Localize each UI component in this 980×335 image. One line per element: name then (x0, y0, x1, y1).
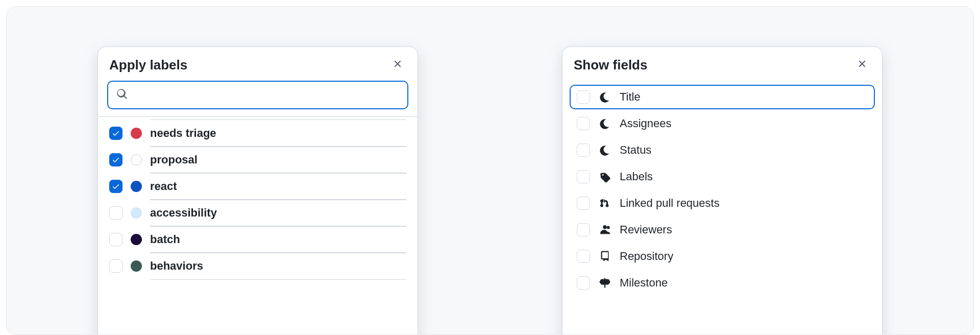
checkbox[interactable] (109, 127, 122, 140)
field-label: Title (620, 91, 641, 103)
field-row-inner: Repository (570, 244, 875, 269)
field-row-inner: Reviewers (570, 218, 875, 242)
field-label: Status (620, 144, 651, 156)
checkbox[interactable] (577, 117, 590, 130)
pr-icon (598, 197, 611, 210)
panel-title: Show fields (574, 57, 647, 73)
label-text: needs triage (150, 127, 406, 139)
field-row[interactable]: Title (562, 84, 882, 110)
label-row[interactable]: react (98, 173, 418, 200)
checkbox[interactable] (577, 276, 590, 290)
field-label: Assignees (620, 117, 672, 130)
checkbox[interactable] (577, 143, 590, 157)
field-label: Milestone (620, 277, 668, 289)
label-color-dot (131, 207, 142, 219)
field-row-inner: Linked pull requests (570, 191, 875, 216)
label-color-dot (131, 154, 142, 165)
search-input[interactable] (134, 89, 399, 101)
moon-icon (598, 143, 611, 157)
label-text: accessibility (150, 207, 406, 219)
field-row[interactable]: Repository (562, 243, 882, 270)
checkbox[interactable] (577, 250, 590, 263)
field-label: Linked pull requests (620, 197, 720, 209)
checkbox[interactable] (577, 170, 590, 183)
fields-list: TitleAssigneesStatusLabelsLinked pull re… (562, 81, 882, 304)
checkbox[interactable] (109, 259, 122, 273)
panel-header: Apply labels (98, 47, 418, 81)
checkbox[interactable] (109, 206, 122, 220)
label-text-wrap: behaviors (150, 253, 406, 279)
field-row[interactable]: Assignees (562, 110, 882, 137)
label-text: behaviors (150, 260, 406, 272)
checkbox[interactable] (109, 153, 122, 166)
label-row[interactable]: proposal (98, 147, 418, 173)
moon-icon (598, 90, 611, 104)
close-button[interactable] (389, 56, 406, 74)
moon-icon (598, 117, 611, 130)
show-fields-panel: Show fields TitleAssigneesStatusLabelsLi… (562, 46, 883, 335)
label-color-dot (131, 128, 142, 139)
field-row[interactable]: Linked pull requests (562, 190, 882, 217)
checkbox[interactable] (109, 233, 122, 246)
label-color-dot (131, 234, 142, 245)
search-box[interactable] (107, 81, 408, 109)
label-row[interactable]: behaviors (98, 253, 418, 279)
panel-title: Apply labels (109, 57, 187, 73)
label-text-wrap: accessibility (150, 200, 406, 226)
field-row-inner: Milestone (570, 271, 875, 295)
label-row[interactable]: batch (98, 226, 418, 253)
field-row-inner: Labels (570, 164, 875, 189)
field-row-inner: Status (570, 138, 875, 162)
field-label: Repository (620, 250, 673, 262)
panel-header: Show fields (562, 47, 882, 81)
repo-icon (598, 250, 611, 263)
people-icon (598, 223, 611, 236)
checkbox[interactable] (577, 223, 590, 236)
apply-labels-panel: Apply labels needs triageproposalreactac… (97, 46, 418, 335)
close-button[interactable] (853, 56, 871, 74)
label-text-wrap: needs triage (150, 120, 406, 147)
stage: Apply labels needs triageproposalreactac… (6, 6, 974, 335)
x-icon (856, 58, 868, 71)
checkbox[interactable] (577, 197, 590, 210)
field-row[interactable]: Milestone (562, 270, 882, 296)
field-row-inner: Assignees (570, 111, 875, 136)
label-text: proposal (150, 154, 406, 166)
field-row[interactable]: Labels (562, 163, 882, 190)
field-row[interactable]: Status (562, 137, 882, 163)
field-row[interactable]: Reviewers (562, 217, 882, 243)
label-color-dot (131, 181, 142, 192)
checkbox[interactable] (109, 180, 122, 193)
field-label: Labels (620, 171, 653, 183)
label-row[interactable]: needs triage (98, 120, 418, 147)
milestone-icon (598, 276, 611, 290)
field-label: Reviewers (620, 224, 672, 236)
labels-list: needs triageproposalreactaccessibilityba… (98, 117, 418, 288)
label-color-dot (131, 260, 142, 272)
field-row-inner: Title (570, 85, 875, 109)
label-text-wrap: react (150, 173, 406, 200)
label-text: react (150, 180, 406, 193)
label-row[interactable]: accessibility (98, 200, 418, 226)
x-icon (392, 58, 403, 71)
tag-icon (598, 170, 611, 183)
checkbox[interactable] (577, 90, 590, 104)
label-text: batch (150, 233, 406, 246)
search-wrap (98, 81, 418, 116)
search-icon (116, 88, 128, 102)
label-text-wrap: proposal (150, 147, 406, 173)
label-text-wrap: batch (150, 226, 406, 253)
